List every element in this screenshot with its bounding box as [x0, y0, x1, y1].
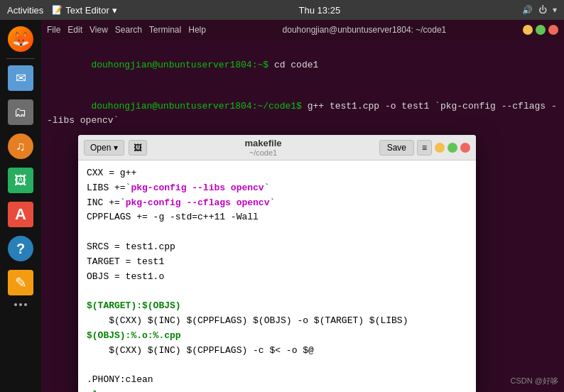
open-label: Open	[90, 143, 111, 153]
terminal-menu-search[interactable]: Search	[115, 25, 142, 35]
dot1	[14, 303, 17, 306]
dock-icon-firefox[interactable]: 🦊	[4, 23, 37, 55]
dock-more-dots	[14, 303, 27, 306]
text-editor-label: Text Editor	[65, 5, 109, 16]
image-insert-button[interactable]: 🖼	[129, 140, 147, 156]
dock: 🦊 ✉ 🗂 ♫ 🖼 A ? ✎	[0, 20, 41, 392]
terminal-menu-terminal[interactable]: Terminal	[149, 25, 181, 35]
dock-icon-software[interactable]: A	[4, 198, 37, 231]
dot3	[24, 303, 27, 306]
dock-icon-help[interactable]: ?	[4, 232, 37, 265]
code-line-11: $(CXX) $(INC) $(CPPFLAGS) $(OBJS) -o $(T…	[87, 314, 467, 329]
terminal-window-controls: _ □ ×	[523, 25, 558, 35]
csdn-watermark: CSDN @好哆	[511, 376, 558, 386]
code-line-7: TARGET = test1	[87, 255, 467, 270]
photos-icon: 🖼	[8, 168, 33, 193]
volume-icon[interactable]: 🔊	[522, 5, 533, 15]
code-line-12: $(OBJS):%.o:%.cpp	[87, 329, 467, 344]
terminal-prompt-2: douhongjian@unbuntuserver1804:~/code1$	[91, 101, 307, 111]
gedit-close-button[interactable]	[460, 143, 470, 153]
dot2	[19, 303, 22, 306]
open-chevron: ▾	[114, 143, 118, 153]
terminal-menu: File Edit View Search Terminal Help	[47, 25, 206, 35]
text-editor-dock-icon: ✎	[8, 270, 33, 295]
code-line-14	[87, 358, 467, 373]
terminal-title: douhongjian@unbuntuserver1804: ~/code1	[283, 25, 447, 35]
activities-button[interactable]: Activities	[7, 5, 43, 16]
terminal-window: File Edit View Search Terminal Help douh…	[41, 20, 564, 392]
system-bar: Activities 📝 Text Editor ▾ Thu 13:25 🔊 ⏻…	[0, 0, 564, 20]
code-line-5	[87, 225, 467, 240]
code-line-8: OBJS = test1.o	[87, 270, 467, 285]
system-tray: 🔊 ⏻ ▾	[522, 5, 557, 15]
files-icon: 🗂	[8, 99, 33, 125]
image-icon: 🖼	[134, 143, 142, 153]
dock-icon-mail[interactable]: ✉	[4, 62, 37, 94]
save-button[interactable]: Save	[379, 140, 414, 156]
terminal-minimize-button[interactable]: _	[523, 25, 533, 35]
gedit-left-controls: Open ▾ 🖼	[84, 140, 147, 156]
terminal-menu-edit[interactable]: Edit	[67, 25, 82, 35]
desktop: 🦊 ✉ 🗂 ♫ 🖼 A ? ✎	[0, 20, 564, 392]
code-line-16: clean:	[87, 388, 467, 392]
code-line-9	[87, 284, 467, 299]
code-line-6: SRCS = test1.cpp	[87, 240, 467, 255]
gedit-title-center: makefile ~/code1	[147, 138, 379, 157]
terminal-line-1: douhongjian@unbuntuserver1804:~$ cd code…	[47, 44, 558, 86]
terminal-menu-view[interactable]: View	[90, 25, 108, 35]
power-icon[interactable]: ⏻	[538, 5, 547, 15]
text-editor-menu[interactable]: 📝 Text Editor ▾	[52, 5, 116, 16]
gedit-window: Open ▾ 🖼 makefile ~/code1 Save ≡	[78, 135, 476, 392]
music-icon: ♫	[8, 134, 33, 159]
gedit-filename: makefile	[147, 138, 379, 148]
code-line-15: .PHONY:clean	[87, 373, 467, 388]
code-line-1: CXX = g++	[87, 166, 467, 181]
gedit-maximize-button[interactable]	[448, 143, 457, 153]
dock-icon-photos[interactable]: 🖼	[4, 164, 37, 197]
firefox-icon: 🦊	[8, 26, 33, 52]
terminal-line-2: douhongjian@unbuntuserver1804:~/code1$ g…	[47, 86, 558, 141]
gedit-minimize-button[interactable]	[435, 143, 445, 153]
gedit-right-controls: Save ≡	[379, 140, 470, 156]
terminal-prompt-1: douhongjian@unbuntuserver1804:~$	[91, 60, 273, 70]
terminal-menu-file[interactable]: File	[47, 25, 60, 35]
open-button[interactable]: Open ▾	[84, 140, 124, 156]
hamburger-menu-button[interactable]: ≡	[417, 140, 432, 156]
terminal-maximize-button[interactable]: □	[536, 25, 546, 35]
dock-icon-music[interactable]: ♫	[4, 130, 37, 163]
terminal-menu-help[interactable]: Help	[188, 25, 206, 35]
terminal-titlebar: File Edit View Search Terminal Help douh…	[41, 20, 564, 40]
code-line-10: $(TARGET):$(OBJS)	[87, 299, 467, 314]
text-editor-chevron: ▾	[112, 5, 117, 16]
code-line-2: LIBS +=`pkg-config --libs opencv`	[87, 181, 467, 196]
code-line-4: CPPFLAGS += -g -std=c++11 -Wall	[87, 210, 467, 225]
code-line-3: INC +=`pkg-config --cflags opencv`	[87, 196, 467, 211]
software-icon: A	[8, 202, 33, 227]
dock-icon-text[interactable]: ✎	[4, 266, 37, 299]
gedit-editor[interactable]: CXX = g++ LIBS +=`pkg-config --libs open…	[78, 160, 476, 392]
dock-icon-files[interactable]: 🗂	[4, 96, 37, 129]
settings-icon[interactable]: ▾	[553, 5, 557, 15]
terminal-cmd-1: cd code1	[274, 60, 318, 70]
help-icon: ?	[8, 236, 33, 261]
dock-separator	[6, 58, 35, 59]
mail-icon: ✉	[8, 65, 33, 91]
gedit-titlebar: Open ▾ 🖼 makefile ~/code1 Save ≡	[78, 135, 476, 160]
system-bar-left: Activities 📝 Text Editor ▾	[7, 5, 117, 16]
terminal-close-button[interactable]: ×	[548, 25, 558, 35]
code-line-13: $(CXX) $(INC) $(CPPFLAGS) -c $< -o $@	[87, 344, 467, 359]
gedit-filepath: ~/code1	[147, 148, 379, 157]
system-clock: Thu 13:25	[299, 5, 341, 16]
